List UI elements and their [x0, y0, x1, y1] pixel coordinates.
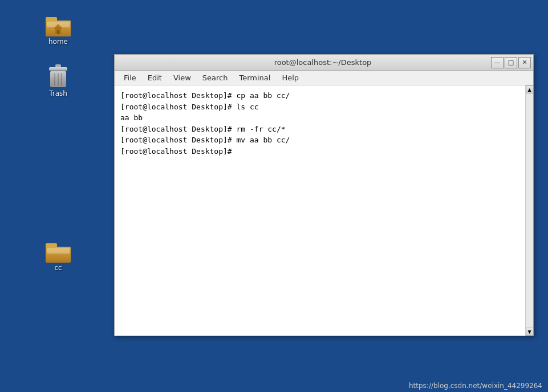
window-buttons: — □ ✕: [491, 57, 531, 68]
menu-edit[interactable]: Edit: [142, 72, 168, 84]
status-bar: https://blog.csdn.net/weixin_44299264: [403, 379, 548, 392]
menu-terminal[interactable]: Terminal: [233, 72, 276, 84]
scrollbar-down-button[interactable]: ▼: [526, 328, 534, 336]
home-icon-label: home: [48, 38, 68, 46]
terminal-title: root@localhost:~/Desktop: [155, 58, 491, 67]
home-desktop-icon[interactable]: home: [35, 10, 81, 46]
terminal-text-area[interactable]: [root@localhost Desktop]# cp aa bb cc/ […: [115, 85, 525, 336]
terminal-content: [root@localhost Desktop]# cp aa bb cc/ […: [115, 85, 533, 336]
terminal-line-5: [root@localhost Desktop]# mv aa bb cc/: [120, 134, 519, 146]
terminal-line-6: [root@localhost Desktop]#: [120, 146, 519, 157]
terminal-scrollbar: ▲ ▼: [525, 85, 533, 336]
trash-icon: [44, 62, 72, 89]
scrollbar-track[interactable]: [526, 93, 533, 328]
scrollbar-up-button[interactable]: ▲: [526, 85, 534, 93]
menu-search[interactable]: Search: [197, 72, 234, 84]
cc-folder-icon: [44, 236, 72, 264]
svg-rect-6: [57, 30, 59, 34]
svg-rect-15: [47, 248, 70, 254]
minimize-button[interactable]: —: [491, 57, 504, 68]
svg-rect-2: [46, 17, 57, 22]
terminal-line-2: [root@localhost Desktop]# ls cc: [120, 101, 519, 113]
menu-view[interactable]: View: [168, 72, 197, 84]
menu-help[interactable]: Help: [276, 72, 305, 84]
svg-rect-8: [49, 67, 67, 71]
terminal-menubar: File Edit View Search Terminal Help: [115, 71, 533, 85]
terminal-line-1: [root@localhost Desktop]# cp aa bb cc/: [120, 90, 519, 101]
trash-desktop-icon[interactable]: Trash: [35, 62, 81, 97]
terminal-titlebar: root@localhost:~/Desktop — □ ✕: [115, 55, 533, 71]
cc-icon-label: cc: [54, 264, 62, 272]
svg-rect-7: [55, 64, 61, 67]
terminal-line-4: [root@localhost Desktop]# rm -fr cc/*: [120, 124, 519, 135]
terminal-window: root@localhost:~/Desktop — □ ✕ File Edit…: [114, 54, 534, 336]
maximize-button[interactable]: □: [505, 57, 517, 68]
svg-rect-14: [46, 243, 57, 248]
close-button[interactable]: ✕: [518, 57, 531, 68]
status-url: https://blog.csdn.net/weixin_44299264: [409, 382, 542, 390]
cc-desktop-icon[interactable]: cc: [35, 236, 81, 272]
trash-icon-label: Trash: [49, 89, 67, 97]
menu-file[interactable]: File: [118, 72, 142, 84]
terminal-line-3: aa bb: [120, 112, 519, 124]
home-icon: [44, 10, 72, 38]
